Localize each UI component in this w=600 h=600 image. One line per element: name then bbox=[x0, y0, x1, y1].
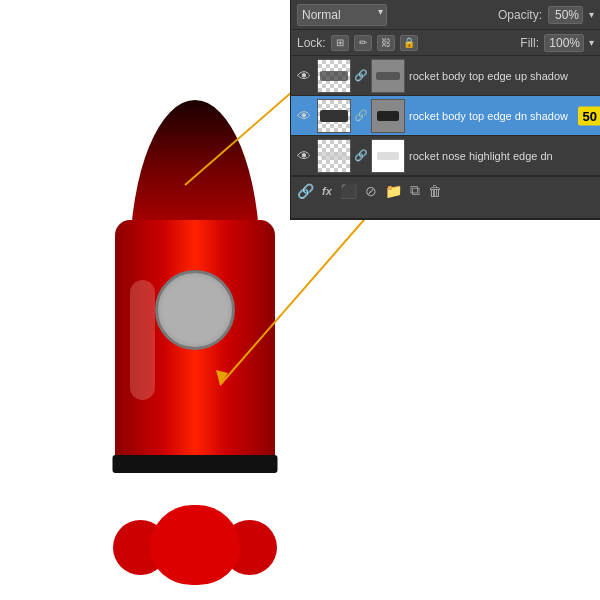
blend-mode-wrapper[interactable]: Normal Dissolve Multiply Screen Overlay bbox=[297, 4, 387, 26]
opacity-badge: 50 bbox=[578, 106, 600, 125]
copy-icon[interactable]: ⧉ bbox=[410, 182, 420, 199]
lock-brush-icon[interactable]: ✏ bbox=[354, 35, 372, 51]
lock-checkerboard-icon[interactable]: ⊞ bbox=[331, 35, 349, 51]
chain-icon[interactable]: 🔗 bbox=[355, 107, 367, 125]
layer-name: rocket body top edge dn shadow bbox=[409, 110, 596, 122]
lock-label: Lock: bbox=[297, 36, 326, 50]
layer-row[interactable]: 👁 🔗 rocket body top edge up shadow bbox=[291, 56, 600, 96]
opacity-value[interactable]: 50% bbox=[548, 6, 583, 24]
adjustment-icon[interactable]: ⬛ bbox=[340, 183, 357, 199]
layer-thumbnail bbox=[317, 59, 351, 93]
blend-mode-select[interactable]: Normal Dissolve Multiply Screen Overlay bbox=[297, 4, 387, 26]
layer-mask-thumbnail bbox=[371, 59, 405, 93]
rocket bbox=[80, 100, 310, 600]
folder-icon[interactable]: 📁 bbox=[385, 183, 402, 199]
panel-bottom-bar: 🔗 fx ⬛ ⊘ 📁 ⧉ 🗑 bbox=[291, 176, 600, 204]
layer-name: rocket body top edge up shadow bbox=[409, 70, 596, 82]
chain-icon[interactable]: 🔗 bbox=[355, 147, 367, 165]
lock-link-icon[interactable]: ⛓ bbox=[377, 35, 395, 51]
lock-padlock-icon[interactable]: 🔒 bbox=[400, 35, 418, 51]
layer-thumbnail bbox=[317, 99, 351, 133]
opacity-label: Opacity: bbox=[498, 8, 542, 22]
visibility-icon[interactable]: 👁 bbox=[295, 107, 313, 125]
visibility-icon[interactable]: 👁 bbox=[295, 147, 313, 165]
circle-slash-icon[interactable]: ⊘ bbox=[365, 183, 377, 199]
layer-name: rocket nose highlight edge dn bbox=[409, 150, 596, 162]
fill-value[interactable]: 100% bbox=[544, 34, 584, 52]
rocket-porthole bbox=[155, 270, 235, 350]
layers-panel: Normal Dissolve Multiply Screen Overlay … bbox=[290, 0, 600, 220]
fx-icon[interactable]: fx bbox=[322, 185, 332, 197]
fill-label: Fill: bbox=[520, 36, 539, 50]
thumb-preview bbox=[320, 71, 348, 81]
visibility-icon[interactable]: 👁 bbox=[295, 67, 313, 85]
rocket-fins bbox=[95, 465, 295, 585]
rocket-body bbox=[115, 220, 275, 470]
trash-icon[interactable]: 🗑 bbox=[428, 183, 442, 199]
layer-mask-thumbnail bbox=[371, 99, 405, 133]
thumb-preview bbox=[320, 110, 348, 122]
panel-top-bar: Normal Dissolve Multiply Screen Overlay … bbox=[291, 0, 600, 30]
layer-thumbnail bbox=[317, 139, 351, 173]
opacity-dropdown-icon[interactable]: ▾ bbox=[589, 9, 594, 20]
lock-row: Lock: ⊞ ✏ ⛓ 🔒 Fill: 100% ▾ bbox=[291, 30, 600, 56]
chain-icon[interactable]: 🔗 bbox=[355, 67, 367, 85]
exhaust-center bbox=[150, 505, 240, 585]
fill-dropdown-icon[interactable]: ▾ bbox=[589, 37, 594, 48]
link-bottom-icon[interactable]: 🔗 bbox=[297, 183, 314, 199]
thumb-preview bbox=[321, 152, 347, 160]
layer-mask-thumbnail bbox=[371, 139, 405, 173]
layer-row[interactable]: 👁 🔗 rocket nose highlight edge dn bbox=[291, 136, 600, 176]
layer-row[interactable]: 👁 🔗 rocket body top edge dn shadow 50 bbox=[291, 96, 600, 136]
